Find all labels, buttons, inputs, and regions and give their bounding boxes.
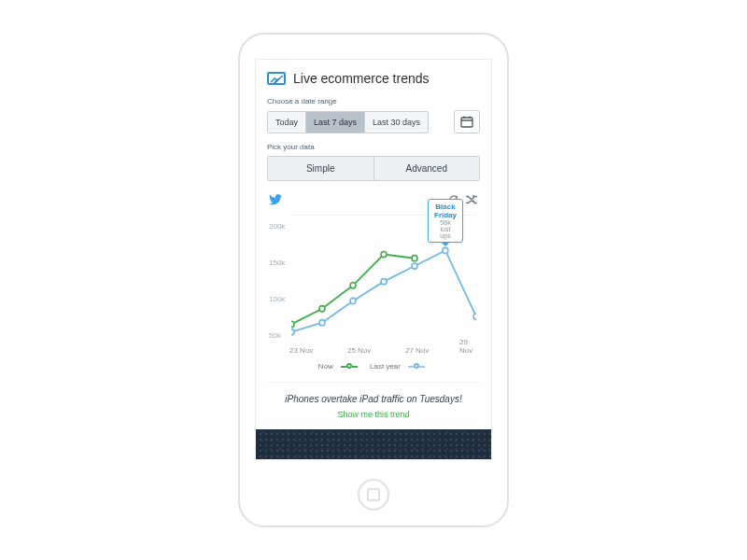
tab-advanced[interactable]: Advanced bbox=[374, 157, 480, 180]
chart-icon bbox=[267, 72, 286, 85]
chart-legend: Now Last year bbox=[267, 362, 480, 371]
svg-point-12 bbox=[381, 279, 387, 285]
calendar-button[interactable] bbox=[454, 110, 480, 133]
tooltip-title: Black Friday bbox=[434, 203, 457, 219]
y-tick-100k: 100k bbox=[269, 295, 285, 303]
x-tick-0: 23 Nov bbox=[289, 346, 313, 355]
x-tick-3: 29 Nov bbox=[459, 338, 480, 355]
svg-point-7 bbox=[381, 251, 387, 257]
home-button[interactable] bbox=[358, 479, 389, 511]
tab-simple[interactable]: Simple bbox=[268, 157, 374, 180]
x-tick-1: 25 Nov bbox=[347, 346, 371, 355]
insight-cta[interactable]: Show me this trend bbox=[273, 410, 474, 419]
calendar-icon bbox=[460, 116, 473, 128]
insight-card: iPhones overtake iPad traffic on Tuesday… bbox=[267, 382, 480, 434]
y-tick-200k: 200k bbox=[269, 222, 285, 231]
svg-rect-0 bbox=[461, 118, 472, 127]
svg-point-9 bbox=[291, 329, 294, 335]
screen: Live ecommerce trends Choose a date rang… bbox=[255, 59, 492, 460]
chart-tooltip: Black Friday 56k lost ups bbox=[428, 199, 463, 243]
legend-lastyear-label: Last year bbox=[370, 362, 401, 371]
svg-point-8 bbox=[412, 256, 417, 261]
svg-point-13 bbox=[412, 263, 417, 269]
y-tick-150k: 150k bbox=[269, 259, 285, 267]
legend-now-label: Now bbox=[318, 362, 333, 371]
y-tick-50k: 50k bbox=[269, 331, 281, 340]
date-range-30days[interactable]: Last 30 days bbox=[365, 112, 428, 133]
date-range-label: Choose a date range bbox=[267, 97, 480, 105]
svg-point-14 bbox=[443, 247, 448, 253]
svg-point-11 bbox=[350, 298, 356, 303]
svg-point-15 bbox=[473, 314, 476, 319]
date-range-7days[interactable]: Last 7 days bbox=[306, 112, 365, 133]
date-range-today[interactable]: Today bbox=[268, 112, 306, 133]
twitter-icon[interactable] bbox=[269, 192, 282, 209]
data-mode-tabs: Simple Advanced bbox=[267, 156, 480, 181]
svg-point-10 bbox=[319, 320, 325, 326]
data-mode-label: Pick your data bbox=[267, 143, 480, 151]
svg-point-5 bbox=[319, 306, 325, 312]
chart: 200k 150k 100k 50k Black Friday 56k lost… bbox=[267, 215, 480, 355]
footer-band bbox=[256, 429, 491, 459]
date-range-segmented: Today Last 7 days Last 30 days bbox=[267, 111, 429, 133]
tooltip-subtitle: 56k lost ups bbox=[434, 219, 457, 239]
device-frame: Live ecommerce trends Choose a date rang… bbox=[238, 33, 509, 527]
insight-headline: iPhones overtake iPad traffic on Tuesday… bbox=[273, 394, 474, 404]
svg-point-6 bbox=[350, 283, 356, 288]
shuffle-icon[interactable] bbox=[465, 192, 478, 209]
plot-area: Black Friday 56k lost ups bbox=[291, 215, 476, 340]
x-tick-2: 27 Nov bbox=[405, 346, 429, 355]
page-title: Live ecommerce trends bbox=[293, 71, 430, 86]
svg-point-4 bbox=[291, 321, 294, 327]
